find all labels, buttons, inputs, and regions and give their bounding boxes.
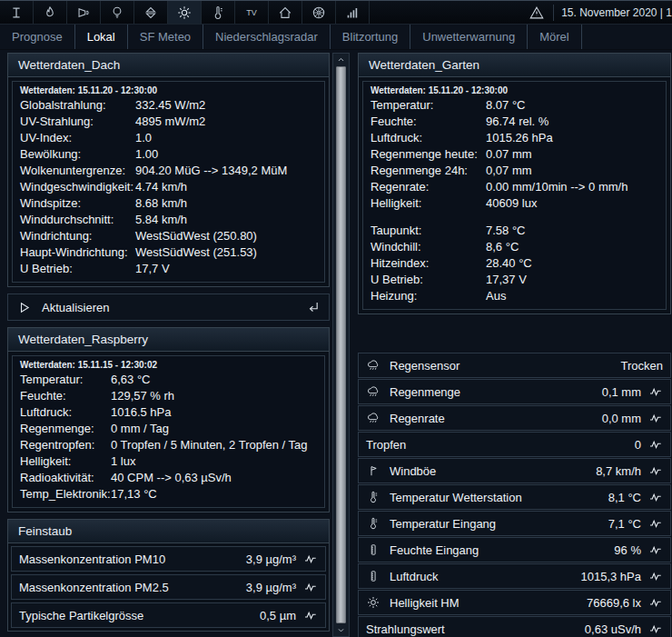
scroll-up-button[interactable]	[336, 54, 346, 65]
row-label: Massenkonzentration PM2.5	[19, 581, 169, 594]
sensor-row-regenmenge[interactable]: Regenmenge 0,1 mm	[358, 379, 671, 404]
data-label: Windrichtung:	[20, 228, 135, 244]
left-column: Wetterdaten_Dach Wetterdaten: 15.11.20 -…	[7, 53, 330, 637]
chart-icon[interactable]	[303, 552, 318, 566]
data-label: Regenrate:	[371, 179, 486, 195]
data-timestamp: Wetterdaten: 15.11.20 - 12:30:00	[371, 84, 658, 97]
sensor-row-regensensor[interactable]: Regensensor Trocken	[358, 353, 671, 378]
data-value: 0 mm / Tag	[111, 421, 169, 437]
sensor-row-temperatur-wetterstation[interactable]: Temperatur Wetterstation 8,1 °C	[358, 484, 671, 510]
house-icon[interactable]	[269, 1, 302, 24]
data-value: 5.84 km/h	[135, 212, 187, 228]
flame-icon[interactable]	[34, 1, 67, 24]
chart-icon[interactable]	[648, 595, 663, 610]
sensor-label: Temperatur Eingang	[390, 517, 496, 531]
sensor-row-temperatur-eingang[interactable]: Temperatur Eingang 7,1 °C	[358, 511, 671, 536]
date-display: 15. November 2020 | 1	[561, 6, 672, 19]
sensor-label: Tropfen	[366, 438, 406, 452]
tab-unwetterwarnung[interactable]: Unwetterwarnung	[410, 25, 528, 49]
gauge-scale-icon	[366, 569, 390, 583]
tv-icon[interactable]	[235, 1, 269, 24]
data-row: Helligkeit:1 lux	[20, 453, 317, 470]
thermometer-icon[interactable]	[202, 1, 235, 24]
sensor-row-luftdruck[interactable]: Luftdruck 1015,3 hPa	[358, 563, 671, 589]
tab-lokal[interactable]: Lokal	[75, 25, 128, 49]
data-value: 7.58 °C	[486, 223, 526, 239]
data-value: 17,7 V	[135, 261, 170, 277]
vertical-scrollbar[interactable]	[332, 53, 350, 637]
data-label: U Betrieb:	[371, 272, 486, 288]
blinds-icon[interactable]	[134, 1, 168, 24]
data-row: Windchill:8,6 °C	[371, 239, 658, 255]
data-row: Temp_Elektronik:17,13 °C	[20, 486, 317, 503]
data-value: 6,63 °C	[111, 372, 151, 388]
chart-icon[interactable]	[648, 437, 663, 452]
data-label: UV-Index:	[20, 130, 135, 146]
data-value: 0.07 mm	[486, 146, 532, 163]
data-row: Windgeschwindigkeit:4.74 km/h	[20, 179, 317, 195]
scrollbar-thumb[interactable]	[336, 66, 346, 623]
sensor-value: Trocken	[621, 359, 663, 373]
tab-blitzortung[interactable]: Blitzortung	[331, 25, 410, 49]
tab-sf-meteo[interactable]: SF Meteo	[128, 25, 203, 49]
feinstaub-row-pm10[interactable]: Massenkonzentration PM10 3,9 µg/m³	[11, 546, 326, 572]
megaphone-icon[interactable]	[67, 1, 101, 24]
data-value: 1016.5 hPa	[111, 404, 172, 421]
ibeam-icon[interactable]	[0, 1, 34, 24]
refresh-button[interactable]: Aktualisieren	[7, 294, 330, 321]
sun-icon	[366, 595, 390, 610]
data-row: Winddurchschnitt:5.84 km/h	[20, 212, 317, 228]
sensor-row-tropfen[interactable]: Tropfen 0	[358, 432, 671, 457]
chart-icon[interactable]	[648, 384, 663, 399]
sensor-value: 0,1 mm	[602, 385, 641, 399]
tab-niederschlagsradar[interactable]: Niederschlagsradar	[203, 25, 331, 49]
data-label: Hitzeindex:	[371, 255, 486, 272]
sensor-row-strahlungswert[interactable]: Strahlungswert 0,63 uSv/h	[358, 616, 671, 637]
sensor-value: 76669,6 lx	[587, 596, 641, 610]
chart-icon[interactable]	[648, 490, 663, 504]
data-value: Aus	[486, 288, 506, 304]
chart-icon[interactable]	[648, 542, 663, 557]
data-value: 1015.26 hPa	[486, 130, 553, 146]
tab-moerel[interactable]: Mörel	[528, 25, 582, 49]
data-row: Haupt-Windrichtung:WestSüdWest (251.53)	[20, 244, 317, 261]
data-row: Feuchte:96.74 rel. %	[371, 114, 658, 130]
data-value: 17,37 V	[486, 272, 527, 288]
play-icon	[16, 300, 32, 315]
sensor-row-windboee[interactable]: Windböe 8,7 km/h	[358, 458, 671, 483]
data-row: UV-Strahlung:4895 mW/m2	[20, 114, 317, 130]
chart-icon[interactable]	[648, 463, 663, 478]
chart-icon[interactable]	[648, 411, 663, 425]
panel-title: Wetterdaten_Dach	[8, 54, 329, 77]
feinstaub-row-pm25[interactable]: Massenkonzentration PM2.5 3,9 µg/m³	[11, 574, 326, 600]
sensor-label: Strahlungswert	[366, 622, 445, 636]
panel-title: Wetterdaten_Raspberry	[8, 328, 329, 352]
feinstaub-row-partikelgroesse[interactable]: Typische Partikelgrösse 0,5 µm	[11, 602, 326, 628]
lightbulb-icon[interactable]	[101, 1, 134, 24]
data-label: Radioaktivität:	[20, 470, 111, 486]
tab-prognose[interactable]: Prognose	[0, 25, 75, 49]
sensor-value: 8,1 °C	[608, 491, 641, 504]
data-row: Heizung:Aus	[371, 288, 658, 304]
data-row: Feuchte:129,57 % rh	[20, 388, 317, 404]
sensor-value: 96 %	[614, 543, 641, 557]
rain-cloud-icon	[366, 384, 390, 399]
sensor-row-regenrate[interactable]: Regenrate 0,0 mm	[358, 405, 671, 431]
sensor-row-helligkeit-hm[interactable]: Helligkeit HM 76669,6 lx	[358, 590, 671, 615]
fan-icon[interactable]	[302, 1, 336, 24]
panel-body: Wetterdaten: 15.11.20 - 12:30:00 Globals…	[12, 81, 325, 283]
row-label: Typische Partikelgrösse	[19, 609, 143, 622]
signal-bars-icon[interactable]	[336, 1, 370, 24]
panel-wetterdaten-dach: Wetterdaten_Dach Wetterdaten: 15.11.20 -…	[7, 53, 330, 287]
chart-icon[interactable]	[303, 608, 318, 622]
sun-icon[interactable]	[168, 1, 202, 24]
data-row: Regenmenge:0 mm / Tag	[20, 421, 317, 437]
chart-icon[interactable]	[648, 569, 663, 583]
data-label: UV-Strahlung:	[20, 114, 135, 130]
data-label: Haupt-Windrichtung:	[20, 244, 135, 261]
scroll-down-button[interactable]	[336, 624, 346, 636]
chart-icon[interactable]	[648, 516, 663, 531]
sensor-row-feuchte-eingang[interactable]: Feuchte Eingang 96 %	[358, 537, 671, 562]
chart-icon[interactable]	[303, 580, 318, 594]
chart-icon[interactable]	[648, 622, 663, 636]
